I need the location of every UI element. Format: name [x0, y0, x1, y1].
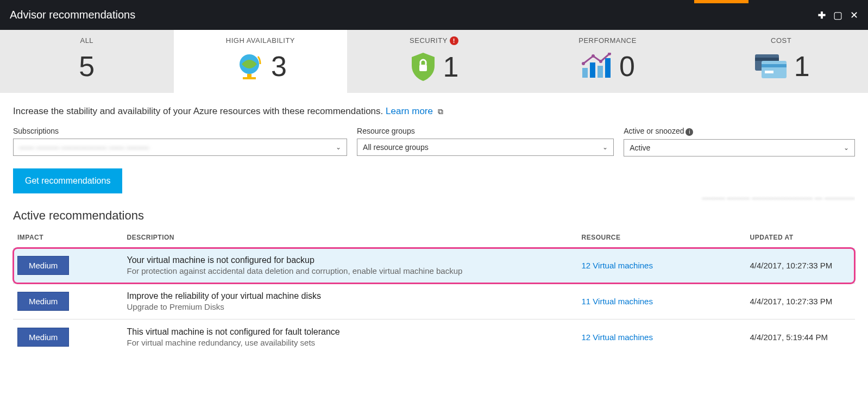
tab-sec-label: SECURITY!: [347, 36, 521, 45]
table-header-row: IMPACT DESCRIPTION RESOURCE UPDATED AT: [13, 229, 855, 248]
intro-text: Increase the stability and availability …: [13, 106, 855, 117]
recommendation-title: Improve the reliability of your virtual …: [127, 291, 573, 301]
active-value: Active: [630, 143, 650, 152]
main-content: Increase the stability and availability …: [0, 93, 868, 355]
chevron-down-icon: ⌄: [602, 143, 608, 151]
svg-rect-16: [765, 71, 773, 73]
table-row[interactable]: MediumThis virtual machine is not config…: [13, 319, 855, 355]
intro-body: Increase the stability and availability …: [13, 106, 386, 116]
filter-resource-groups: Resource groups All resource groups ⌄: [357, 127, 614, 156]
recommendation-title: This virtual machine is not configured f…: [127, 327, 573, 337]
tab-all-count: 5: [79, 50, 95, 83]
tab-high-availability[interactable]: HIGH AVAILABILITY 3: [174, 30, 348, 93]
resource-link[interactable]: 12 Virtual machines: [582, 333, 653, 342]
subscriptions-label: Subscriptions: [13, 127, 347, 135]
recommendations-table: IMPACT DESCRIPTION RESOURCE UPDATED AT M…: [13, 229, 855, 355]
section-heading: Active recommendations: [13, 209, 855, 223]
svg-rect-14: [762, 61, 787, 78]
tab-all-label: ALL: [0, 36, 174, 45]
svg-rect-4: [582, 68, 588, 78]
card-icon: [753, 53, 788, 79]
svg-rect-2: [243, 77, 256, 79]
chevron-down-icon: ⌄: [844, 144, 849, 152]
svg-point-8: [582, 62, 585, 65]
updated-at: 4/4/2017, 10:27:33 PM: [746, 248, 856, 284]
learn-more-link[interactable]: Learn more: [386, 106, 433, 116]
svg-rect-15: [762, 64, 787, 67]
filter-subscriptions: Subscriptions —— ——— —————— —— ——— ⌄: [13, 127, 347, 156]
recommendation-title: Your virtual machine is not configured f…: [127, 255, 573, 265]
tab-cost-count: 1: [794, 50, 810, 83]
col-description[interactable]: DESCRIPTION: [123, 229, 577, 248]
resource-link[interactable]: 11 Virtual machines: [582, 297, 653, 306]
resource-groups-value: All resource groups: [363, 143, 429, 152]
filter-bar: Subscriptions —— ——— —————— —— ——— ⌄ Res…: [13, 127, 855, 156]
active-label: Active or snoozedi: [624, 127, 855, 136]
col-impact[interactable]: IMPACT: [13, 229, 123, 248]
page-title: Advisor recommendations: [10, 9, 135, 21]
external-link-icon: ⧉: [438, 107, 443, 116]
resource-link[interactable]: 12 Virtual machines: [582, 261, 653, 270]
subscriptions-value: —— ——— —————— —— ———: [19, 143, 149, 152]
close-icon[interactable]: ✕: [850, 9, 858, 21]
svg-rect-6: [597, 66, 603, 78]
tab-ha-label: HIGH AVAILABILITY: [174, 36, 348, 45]
updated-at: 4/4/2017, 10:27:33 PM: [746, 284, 856, 319]
table-row[interactable]: MediumYour virtual machine is not config…: [13, 248, 855, 284]
shield-icon: [410, 52, 437, 82]
chart-icon: [580, 53, 613, 80]
window-controls: ✖ ▢ ✕: [817, 9, 858, 21]
tab-perf-label: PERFORMANCE: [521, 36, 695, 45]
impact-badge: Medium: [17, 292, 69, 311]
svg-rect-13: [755, 58, 779, 61]
resource-groups-label: Resource groups: [357, 127, 614, 135]
accent-bar: [694, 0, 749, 3]
chevron-down-icon: ⌄: [336, 143, 341, 151]
tab-security[interactable]: SECURITY! 1: [347, 30, 521, 93]
impact-badge: Medium: [17, 256, 69, 275]
info-icon[interactable]: i: [685, 128, 693, 136]
scope-text: ——— ——— ———————— — ————: [702, 193, 855, 202]
tab-perf-count: 0: [619, 50, 635, 83]
alert-icon: !: [450, 36, 458, 45]
resource-groups-select[interactable]: All resource groups ⌄: [357, 139, 614, 156]
tab-all[interactable]: ALL 5: [0, 30, 174, 93]
svg-rect-7: [605, 58, 611, 78]
globe-icon: [234, 51, 265, 82]
pin-icon[interactable]: ✖: [814, 8, 828, 22]
svg-rect-5: [590, 62, 595, 78]
tab-cost-label: COST: [694, 36, 868, 45]
tab-sec-count: 1: [443, 51, 459, 83]
recommendation-subtitle: For protection against accidental data d…: [127, 266, 573, 275]
table-row[interactable]: MediumImprove the reliability of your vi…: [13, 284, 855, 319]
svg-point-9: [592, 54, 595, 58]
col-updated[interactable]: UPDATED AT: [746, 229, 856, 248]
title-bar: Advisor recommendations ✖ ▢ ✕: [0, 0, 868, 30]
recommendation-subtitle: Upgrade to Premium Disks: [127, 302, 573, 311]
active-select[interactable]: Active ⌄: [624, 139, 855, 156]
category-tabs: ALL 5 HIGH AVAILABILITY 3 SECURITY! 1 PE…: [0, 30, 868, 93]
tab-ha-count: 3: [271, 50, 287, 83]
tab-performance[interactable]: PERFORMANCE 0: [521, 30, 695, 93]
get-recommendations-button[interactable]: Get recommendations: [13, 168, 122, 193]
filter-active: Active or snoozedi Active ⌄: [624, 127, 855, 156]
svg-rect-3: [419, 65, 427, 71]
svg-rect-1: [247, 74, 251, 77]
maximize-icon[interactable]: ▢: [833, 9, 842, 21]
col-resource[interactable]: RESOURCE: [577, 229, 746, 248]
subscriptions-select[interactable]: —— ——— —————— —— ——— ⌄: [13, 139, 347, 156]
updated-at: 4/4/2017, 5:19:44 PM: [746, 319, 856, 355]
tab-cost[interactable]: COST 1: [694, 30, 868, 93]
svg-point-10: [599, 60, 602, 63]
recommendation-subtitle: For virtual machine redundancy, use avai…: [127, 338, 573, 347]
impact-badge: Medium: [17, 328, 69, 347]
